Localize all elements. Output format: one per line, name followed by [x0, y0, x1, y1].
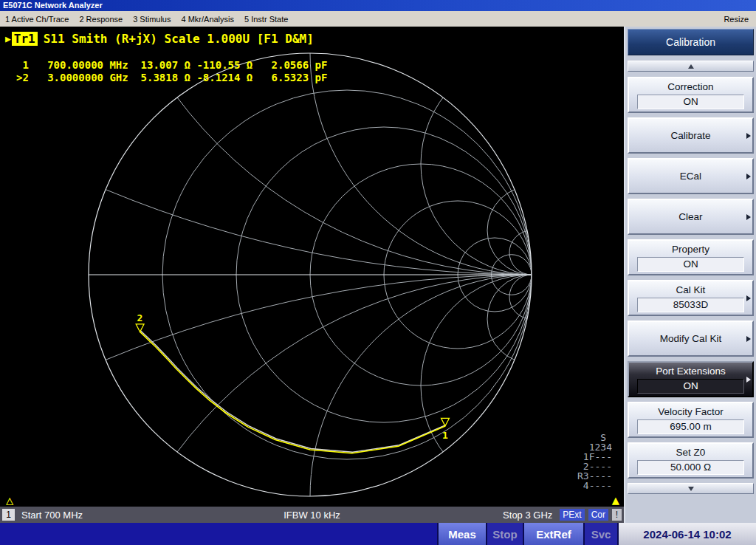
softkey-velocity-factor[interactable]: Velocity Factor 695.00 m — [628, 402, 754, 438]
sweep-marker-left-icon: △ — [6, 494, 13, 507]
submenu-arrow-icon — [746, 295, 751, 301]
menu-stimulus[interactable]: 3 Stimulus — [128, 15, 176, 24]
trace-name-badge[interactable]: Tr1 — [12, 32, 38, 46]
channel-status-bar: 1 Start 700 MHz IFBW 10 kHz Stop 3 GHz P… — [0, 507, 624, 523]
status-extref: ExtRef — [523, 523, 583, 545]
correction-state: ON — [637, 95, 744, 109]
correction-badge: Cor — [588, 509, 608, 521]
active-trace-indicator-icon: ▶ — [5, 33, 11, 44]
status-bar-spacer — [0, 523, 437, 545]
submenu-arrow-icon — [746, 214, 751, 220]
marker-1-readout: 1 700.00000 MHz 13.007 Ω -110.55 Ω 2.056… — [16, 59, 327, 72]
softkey-cal-kit[interactable]: Cal Kit 85033D — [628, 280, 754, 316]
status-svc: Svc — [583, 523, 617, 545]
menu-bar: 1 Active Ch/Trace 2 Response 3 Stimulus … — [0, 11, 756, 27]
menu-response[interactable]: 2 Response — [74, 15, 128, 24]
port-status-matrix: S 1234 1F--- 2---- R3---- 4---- — [577, 433, 612, 490]
submenu-arrow-icon — [746, 336, 751, 342]
instrument-window: E5071C Network Analyzer 1 Active Ch/Trac… — [0, 0, 756, 545]
window-title: E5071C Network Analyzer — [3, 1, 103, 10]
softkey-menu: Calibration Correction ON Calibrate ECal… — [624, 27, 756, 523]
scroll-down-icon — [688, 487, 694, 491]
main-area: ▶ Tr1 S11 Smith (R+jX) Scale 1.000U [F1 … — [0, 27, 756, 523]
softkey-set-z0[interactable]: Set Z0 50.000 Ω — [628, 442, 754, 479]
submenu-arrow-icon — [746, 133, 751, 139]
softkey-calibrate[interactable]: Calibrate — [628, 117, 754, 154]
property-state: ON — [637, 257, 744, 272]
port-extension-badge: PExt — [560, 509, 584, 521]
resize-button[interactable]: Resize — [718, 15, 756, 24]
window-title-bar: E5071C Network Analyzer — [0, 0, 756, 11]
sweep-stop-label: Stop 3 GHz — [503, 510, 552, 521]
status-stop: Stop — [486, 523, 523, 545]
trace-format-text: S11 Smith (R+jX) Scale 1.000U [F1 D&M] — [44, 32, 314, 46]
scroll-up-icon — [688, 64, 694, 69]
menu-mkr-analysis[interactable]: 4 Mkr/Analysis — [176, 15, 239, 24]
marker-2-readout: >2 3.0000000 GHz 5.3818 Ω -8.1214 Ω 6.53… — [16, 72, 327, 84]
menu-active-ch-trace[interactable]: 1 Active Ch/Trace — [0, 15, 74, 24]
softkey-clear[interactable]: Clear — [628, 199, 754, 235]
display-column: ▶ Tr1 S11 Smith (R+jX) Scale 1.000U [F1 … — [0, 27, 624, 523]
channel-number-badge: 1 — [2, 509, 15, 521]
cal-kit-value: 85033D — [637, 298, 744, 312]
softkey-ecal[interactable]: ECal — [628, 158, 754, 194]
sweep-start-label: Start 700 MHz — [21, 510, 83, 521]
ifbw-label: IFBW 10 kHz — [284, 510, 340, 521]
softkey-correction[interactable]: Correction ON — [628, 77, 754, 113]
smith-chart: 12 — [0, 27, 624, 507]
instrument-screen: ▶ Tr1 S11 Smith (R+jX) Scale 1.000U [F1 … — [0, 27, 624, 507]
status-datetime: 2024-06-14 10:02 — [617, 523, 756, 545]
marker-readout: 1 700.00000 MHz 13.007 Ω -110.55 Ω 2.056… — [16, 59, 327, 84]
velocity-factor-value: 695.00 m — [637, 419, 744, 434]
submenu-arrow-icon — [746, 377, 751, 383]
instrument-status-bar: Meas Stop ExtRef Svc 2024-06-14 10:02 — [0, 523, 756, 545]
softkey-scroll-up-button[interactable] — [628, 61, 754, 72]
submenu-arrow-icon — [746, 174, 751, 179]
softkey-modify-cal-kit[interactable]: Modify Cal Kit — [628, 321, 754, 357]
sweep-marker-right-icon: ▲ — [612, 494, 619, 507]
softkey-property[interactable]: Property ON — [628, 239, 754, 275]
status-meas: Meas — [437, 523, 486, 545]
softkey-port-extensions[interactable]: Port Extensions ON — [628, 361, 754, 397]
channel-bar-right: Stop 3 GHz PExt Cor ! — [503, 509, 624, 521]
trace-status-line: ▶ Tr1 S11 Smith (R+jX) Scale 1.000U [F1 … — [5, 32, 314, 46]
warning-badge: ! — [612, 509, 622, 521]
svg-text:2: 2 — [137, 312, 143, 323]
set-z0-value: 50.000 Ω — [637, 460, 744, 475]
menu-instr-state[interactable]: 5 Instr State — [239, 15, 293, 24]
softkey-scroll-down-button[interactable] — [628, 483, 754, 494]
port-extensions-state: ON — [637, 379, 744, 394]
softkey-menu-title: Calibration — [628, 29, 754, 55]
svg-text:1: 1 — [442, 430, 448, 441]
